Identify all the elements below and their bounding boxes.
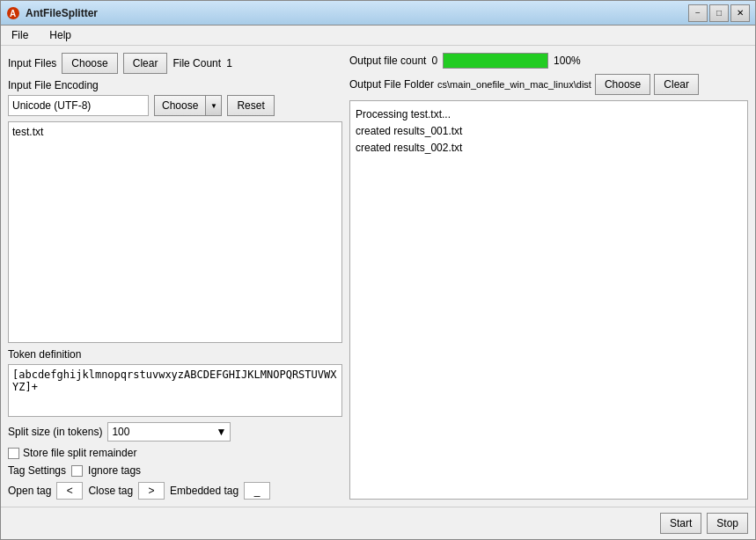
file-list-item: test.txt <box>12 126 338 138</box>
ignore-tags-checkbox[interactable] <box>71 465 83 477</box>
menu-bar: File Help <box>1 26 755 46</box>
split-size-label: Split size (in tokens) <box>8 426 102 438</box>
output-count-value: 0 <box>431 55 437 67</box>
encoding-choose-button[interactable]: Choose <box>155 96 205 115</box>
file-count-label: File Count <box>172 57 221 69</box>
output-count-label: Output file count <box>349 55 426 67</box>
split-size-row: Split size (in tokens) 100 ▼ <box>8 422 342 441</box>
stop-button[interactable]: Stop <box>707 513 748 534</box>
progress-bar-fill <box>444 54 547 68</box>
folder-clear-button[interactable]: Clear <box>654 74 699 95</box>
main-window: A AntFileSplitter − □ ✕ File Help Input … <box>0 0 756 540</box>
app-icon: A <box>6 6 20 20</box>
input-files-row: Input Files Choose Clear File Count 1 <box>8 53 342 74</box>
menu-file[interactable]: File <box>4 27 35 43</box>
token-input[interactable]: [abcdefghijklmnopqrstuvwxyzABCDEFGHIJKLM… <box>8 364 342 417</box>
token-def-label: Token definition <box>8 348 342 361</box>
right-panel: Output file count 0 100% Output File Fol… <box>349 53 748 500</box>
encoding-row: Choose ▼ Reset <box>8 95 342 116</box>
left-panel: Input Files Choose Clear File Count 1 In… <box>8 53 342 500</box>
close-button[interactable]: ✕ <box>730 4 750 22</box>
log-line-1: Processing test.txt... <box>356 106 742 123</box>
input-files-clear-button[interactable]: Clear <box>123 53 168 74</box>
encoding-label: Input File Encoding <box>8 79 342 91</box>
split-size-value: 100 <box>112 426 129 438</box>
progress-pct-label: 100% <box>554 55 581 67</box>
output-folder-row: Output File Folder cs\main_onefile_win_m… <box>349 74 748 95</box>
encoding-choose-arrow[interactable]: ▼ <box>205 96 221 115</box>
title-bar-left: A AntFileSplitter <box>6 6 98 20</box>
progress-bar-container <box>443 53 548 69</box>
encoding-choose-split: Choose ▼ <box>154 95 222 116</box>
encoding-reset-button[interactable]: Reset <box>227 95 274 116</box>
store-remainder-row: Store file split remainder <box>8 447 342 459</box>
menu-help[interactable]: Help <box>42 27 78 43</box>
output-count-row: Output file count 0 100% <box>349 53 748 69</box>
window-title: AntFileSplitter <box>26 7 98 19</box>
file-count-value: 1 <box>226 57 232 69</box>
open-tag-label: Open tag <box>8 485 51 497</box>
close-tag-label: Close tag <box>88 485 133 497</box>
folder-choose-button[interactable]: Choose <box>595 74 650 95</box>
output-folder-label: Output File Folder <box>349 78 434 91</box>
tag-inputs-row: Open tag Close tag Embedded tag <box>8 482 342 500</box>
output-log[interactable]: Processing test.txt... created results_0… <box>349 100 748 500</box>
minimize-button[interactable]: − <box>688 4 708 22</box>
window-controls: − □ ✕ <box>688 4 750 22</box>
title-bar: A AntFileSplitter − □ ✕ <box>1 1 755 26</box>
store-remainder-checkbox[interactable] <box>8 448 19 459</box>
close-tag-input[interactable] <box>138 482 165 500</box>
start-button[interactable]: Start <box>660 513 701 534</box>
bottom-bar: Start Stop <box>1 507 755 539</box>
split-size-arrow-icon: ▼ <box>216 426 226 438</box>
log-line-2: created results_001.txt <box>356 123 742 140</box>
main-content: Input Files Choose Clear File Count 1 In… <box>1 46 755 507</box>
open-tag-input[interactable] <box>56 482 83 500</box>
svg-text:A: A <box>10 9 16 18</box>
maximize-button[interactable]: □ <box>709 4 729 22</box>
token-section: Token definition [abcdefghijklmnopqrstuv… <box>8 348 342 417</box>
tag-settings-label: Tag Settings <box>8 464 66 477</box>
encoding-section: Input File Encoding Choose ▼ Reset <box>8 79 342 116</box>
split-size-select[interactable]: 100 ▼ <box>107 422 231 441</box>
input-files-label: Input Files <box>8 57 56 69</box>
encoding-input[interactable] <box>8 95 149 116</box>
file-list[interactable]: test.txt <box>8 121 342 343</box>
store-remainder-label: Store file split remainder <box>23 447 136 459</box>
output-folder-path: cs\main_onefile_win_mac_linux\dist <box>437 79 591 90</box>
embedded-tag-input[interactable] <box>244 482 270 500</box>
ignore-tags-label: Ignore tags <box>88 464 141 477</box>
log-line-3: created results_002.txt <box>356 140 742 157</box>
tag-settings-row: Tag Settings Ignore tags <box>8 464 342 477</box>
embedded-tag-label: Embedded tag <box>170 485 239 497</box>
input-files-choose-button[interactable]: Choose <box>62 53 117 74</box>
